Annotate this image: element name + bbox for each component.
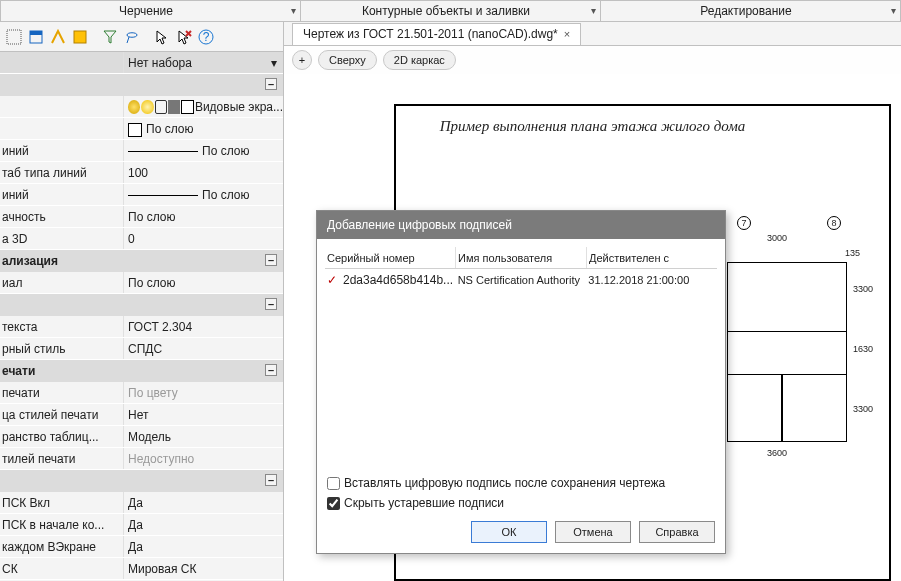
collapse-icon[interactable]: – [265,254,277,266]
checkbox[interactable] [327,477,340,490]
match-props-icon[interactable] [48,27,68,47]
document-tab[interactable]: Чертеж из ГОСТ 21.501-2011 (nanoCAD).dwg… [292,23,581,45]
svg-rect-2 [30,31,42,35]
expand-icon[interactable]: ▾ [591,1,596,21]
view-chips: + Сверху 2D каркас [284,46,901,74]
collapse-icon[interactable]: – [265,78,277,90]
properties-panel: ? Нет набора▾ – Видовые экра... По слою … [0,22,284,581]
checkbox[interactable] [327,497,340,510]
dimension: 3300 [853,284,873,294]
prop-plotspace[interactable]: ранство таблиц...Модель [0,426,283,448]
view-top-chip[interactable]: Сверху [318,50,377,70]
expand-icon[interactable]: ▾ [291,1,296,21]
col-valid[interactable]: Действителен с [587,247,717,268]
digital-signature-dialog: Добавление цифровых подписей Серийный но… [316,210,726,554]
help-icon[interactable]: ? [196,27,216,47]
dropdown-icon[interactable]: ▾ [271,52,277,73]
filter-icon[interactable] [100,27,120,47]
svg-rect-3 [74,31,86,43]
ribbon-tab-edit[interactable]: Редактирование▾ [601,0,901,21]
drawing-title: Пример выполнения плана этажа жилого дом… [284,118,901,135]
checkmark-icon: ✓ [327,269,341,283]
help-button[interactable]: Справка [639,521,715,543]
section-ucs[interactable]: – [0,470,283,492]
document-tabs: Чертеж из ГОСТ 21.501-2011 (nanoCAD).dwg… [284,22,901,46]
cursor-icon[interactable] [152,27,172,47]
dialog-buttons: ОК Отмена Справка [317,515,725,553]
property-grid: Нет набора▾ – Видовые экра... По слою ин… [0,52,283,581]
selection-header: Нет набора▾ [0,52,283,74]
signature-row[interactable]: ✓2da3a4d658b414b... NS Certification Aut… [325,269,717,291]
grid-bubble: 8 [827,216,841,230]
collapse-icon[interactable]: – [265,298,277,310]
grid-bubble: 7 [737,216,751,230]
select-window-icon[interactable] [26,27,46,47]
floorplan: 7 8 3000 135 3300 1630 3300 3600 [717,224,877,454]
prop-ucs-vp[interactable]: каждом ВЭкранеДа [0,536,283,558]
section-general[interactable]: – [0,74,283,96]
dimension: 3600 [767,448,787,458]
ribbon-tabs: Черчение▾ Контурные объекты и заливки▾ Р… [0,0,901,22]
cancel-button[interactable]: Отмена [555,521,631,543]
ribbon-tab-draw[interactable]: Черчение▾ [0,0,301,21]
print-icon[interactable] [168,100,180,114]
prop-dimstyle[interactable]: рный стильСПДС [0,338,283,360]
section-print[interactable]: ечати– [0,360,283,382]
signature-table-header: Серийный номер Имя пользователя Действит… [325,247,717,269]
section-text[interactable]: – [0,294,283,316]
sun-icon[interactable] [141,100,153,114]
document-title: Чертеж из ГОСТ 21.501-2011 (nanoCAD).dwg… [303,23,558,45]
bulb-icon[interactable] [128,100,140,114]
selection-toolbar: ? [0,22,283,52]
close-icon[interactable]: × [564,23,570,45]
deselect-icon[interactable] [174,27,194,47]
dialog-title[interactable]: Добавление цифровых подписей [317,211,725,239]
prop-plotstyle[interactable]: печатиПо цвету [0,382,283,404]
svg-rect-0 [7,30,21,44]
prop-linetype[interactable]: инийПо слою [0,140,283,162]
lock-icon[interactable] [155,100,168,114]
col-serial[interactable]: Серийный номер [325,247,456,268]
opt-insert-after-save[interactable]: Вставлять цифровую подпись после сохране… [327,473,715,493]
collapse-icon[interactable]: – [265,364,277,376]
dialog-options: Вставлять цифровую подпись после сохране… [317,471,725,515]
prop-ucs-name[interactable]: СКМировая СК [0,558,283,580]
prop-ltscale[interactable]: таб типа линий100 [0,162,283,184]
prop-material[interactable]: иалПо слою [0,272,283,294]
svg-text:?: ? [203,30,210,44]
expand-icon[interactable]: ▾ [891,1,896,21]
prop-transparency[interactable]: ачностьПо слою [0,206,283,228]
dimension: 3300 [853,404,873,414]
collapse-icon[interactable]: – [265,474,277,486]
selection-value[interactable]: Нет набора [128,52,192,73]
dimension: 1630 [853,344,873,354]
prop-ucs-origin[interactable]: ПСК в начале ко...Да [0,514,283,536]
signature-list-area[interactable] [317,291,725,471]
prop-color[interactable]: По слою [0,118,283,140]
opt-hide-outdated[interactable]: Скрыть устаревшие подписи [327,493,715,513]
prop-ucs-on[interactable]: ПСК ВклДа [0,492,283,514]
add-view-button[interactable]: + [292,50,312,70]
ok-button[interactable]: ОК [471,521,547,543]
lasso-icon[interactable] [122,27,142,47]
select-by-color-icon[interactable] [70,27,90,47]
dimension: 3000 [767,233,787,243]
prop-textstyle[interactable]: текстаГОСТ 2.304 [0,316,283,338]
prop-layer-controls[interactable]: Видовые экра... [0,96,283,118]
ribbon-tab-fills[interactable]: Контурные объекты и заливки▾ [301,0,601,21]
section-visualization[interactable]: ализация– [0,250,283,272]
prop-height3d[interactable]: а 3D0 [0,228,283,250]
dimension: 135 [845,248,860,258]
col-user[interactable]: Имя пользователя [456,247,587,268]
prop-lineweight[interactable]: инийПо слою [0,184,283,206]
color-swatch-icon[interactable] [181,100,194,114]
view-wireframe-chip[interactable]: 2D каркас [383,50,456,70]
select-similar-icon[interactable] [4,27,24,47]
prop-plottable[interactable]: ца стилей печатиНет [0,404,283,426]
prop-plotstyles[interactable]: тилей печатиНедоступно [0,448,283,470]
